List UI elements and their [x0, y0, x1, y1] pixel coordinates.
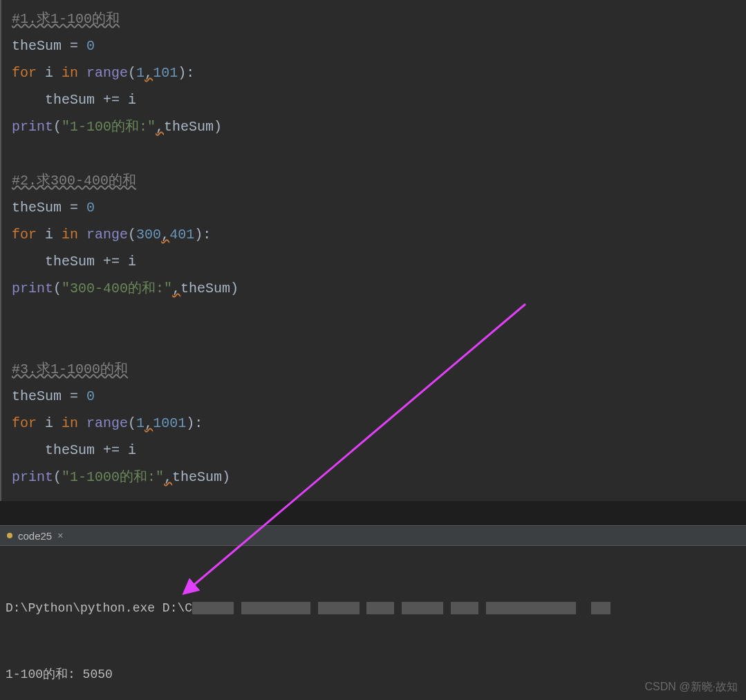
- code-line: theSum += i: [12, 86, 736, 113]
- code-line: for i in range(1,101):: [12, 59, 736, 86]
- close-icon[interactable]: ×: [57, 530, 63, 541]
- code-line: for i in range(1,1001):: [12, 410, 736, 437]
- code-line: print("1-1000的和:",theSum): [12, 464, 736, 491]
- output-panel: code25 × D:\Python\python.exe D:\C 1-100…: [0, 525, 746, 700]
- code-line: #3.求1-1000的和: [12, 356, 736, 383]
- run-status-icon: [7, 533, 12, 538]
- code-line: [12, 329, 736, 356]
- code-editor[interactable]: #1.求1-100的和 theSum = 0 for i in range(1,…: [0, 0, 746, 501]
- code-line: for i in range(300,401):: [12, 221, 736, 248]
- tab-label: code25: [18, 530, 52, 542]
- code-line: theSum += i: [12, 437, 736, 464]
- console-line: 1-100的和: 5050: [6, 663, 740, 685]
- watermark: CSDN @新晓·故知: [645, 680, 738, 694]
- code-line: [12, 302, 736, 329]
- tab-bar: code25 ×: [0, 525, 746, 546]
- console-output[interactable]: D:\Python\python.exe D:\C 1-100的和: 5050 …: [0, 546, 746, 700]
- code-line: theSum += i: [12, 248, 736, 275]
- console-line: D:\Python\python.exe D:\C: [6, 597, 740, 619]
- code-line: theSum = 0: [12, 32, 736, 59]
- code-line: print("300-400的和:",theSum): [12, 275, 736, 302]
- run-tab[interactable]: code25 ×: [0, 526, 70, 545]
- code-line: theSum = 0: [12, 194, 736, 221]
- code-line: #2.求300-400的和: [12, 167, 736, 194]
- code-line: print("1-100的和:",theSum): [12, 113, 736, 140]
- code-line: [12, 140, 736, 167]
- code-line: #1.求1-100的和: [12, 6, 736, 32]
- code-line: theSum = 0: [12, 383, 736, 410]
